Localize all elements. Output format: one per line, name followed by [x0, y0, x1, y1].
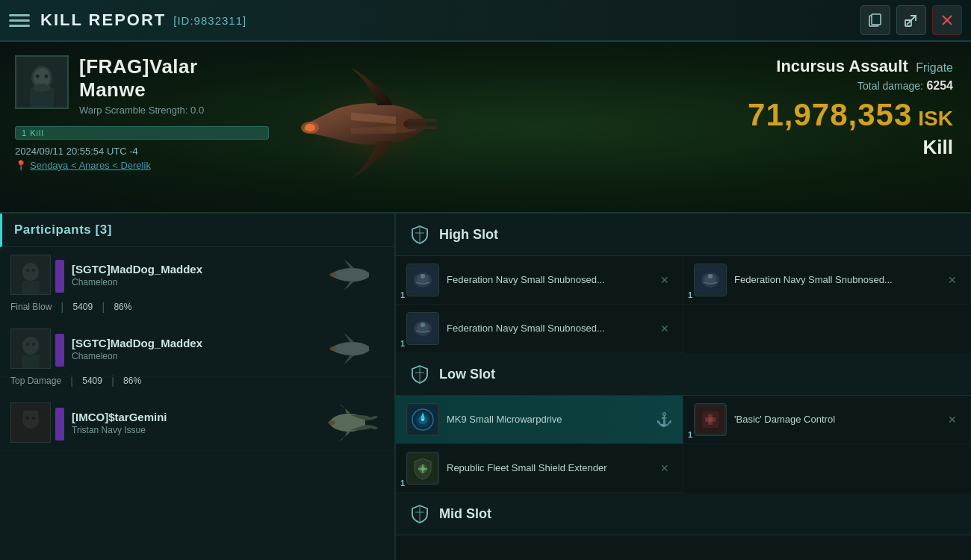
total-dmg-value: 6254: [926, 79, 953, 92]
slot-item-shield[interactable]: 1 Republic Fleet Small Shield Extender ✕: [396, 444, 683, 493]
item-remove[interactable]: ✕: [657, 459, 672, 477]
slot-item[interactable]: 1 Federation Navy Small Snubnosed... ✕: [683, 256, 971, 305]
participant-ship-1: Chameleon: [72, 277, 317, 287]
svg-point-45: [708, 274, 713, 279]
kill-badge: 1 Kill: [15, 126, 269, 140]
item-remove[interactable]: ✕: [657, 320, 672, 337]
total-dmg-label: Total damage:: [857, 80, 923, 92]
high-slot-items: 1 Federation Navy Small Snubnosed... ✕ 1: [396, 256, 971, 353]
svg-point-30: [329, 346, 337, 351]
kill-time: 2024/09/11 20:55:54 UTC -4: [15, 146, 269, 157]
participant-avatar-3: [10, 402, 51, 443]
pilot-avatar: [15, 55, 69, 109]
svg-point-8: [36, 75, 40, 78]
location-pin-icon: 📍: [15, 160, 27, 171]
item-qty: 1: [400, 290, 405, 299]
high-slot-label: High Slot: [439, 227, 498, 243]
svg-rect-17: [407, 119, 437, 122]
high-slot-icon: [408, 223, 432, 246]
pilot-row: [FRAG]Valar Manwe Warp Scramble Strength…: [15, 55, 269, 116]
svg-point-37: [328, 420, 335, 425]
svg-point-49: [421, 323, 425, 327]
blow-type-1: Final Blow: [10, 302, 52, 312]
item-name: Federation Navy Small Snubnosed...: [734, 274, 937, 287]
rank-badge-1: [55, 260, 64, 293]
participant-2-stats: Top Damage | 5409 | 86%: [0, 374, 394, 395]
rank-badge-2: [55, 334, 64, 367]
participant-item-3[interactable]: [IMCO]$tarGemini Tristan Navy Issue: [0, 395, 394, 451]
svg-point-16: [305, 124, 315, 131]
participant-ship-3: Tristan Navy Issue: [72, 425, 317, 435]
participant-info-2: [SGTC]MadDog_Maddex Chameleon: [64, 337, 324, 361]
kill-type-label: Kill: [923, 136, 953, 158]
low-slot-items: MK9 Small Microwarpdrive ⚓ 1 'Basic' Dam…: [396, 396, 971, 493]
high-slot-header: High Slot: [396, 214, 971, 256]
slot-item-mwd[interactable]: MK9 Small Microwarpdrive ⚓: [396, 396, 683, 444]
close-button[interactable]: [932, 5, 962, 35]
mid-slot-icon: [408, 502, 432, 526]
low-slot-label: Low Slot: [439, 367, 495, 382]
item-name-dmc: 'Basic' Damage Control: [734, 414, 937, 426]
item-remove[interactable]: ✕: [945, 271, 960, 289]
svg-point-59: [708, 417, 713, 422]
svg-rect-18: [407, 126, 437, 129]
svg-point-41: [421, 274, 425, 279]
participant-avatar-2: [10, 329, 51, 369]
menu-button[interactable]: [9, 14, 30, 27]
percent-1: 86%: [114, 302, 131, 312]
kill-location[interactable]: 📍Sendaya < Anares < Derelik: [15, 160, 269, 171]
kill-id: [ID:9832311]: [173, 14, 246, 27]
blow-type-2: Top Damage: [10, 376, 61, 386]
item-name: Federation Navy Small Snubnosed...: [447, 274, 650, 287]
window-title: KILL REPORT: [40, 10, 166, 30]
person-icon: ⚓: [656, 411, 672, 428]
export-button[interactable]: [896, 5, 926, 35]
item-icon: [694, 264, 727, 296]
low-slot-icon: [408, 362, 432, 386]
svg-point-20: [22, 263, 39, 281]
svg-rect-29: [22, 355, 40, 368]
slot-item[interactable]: 1 Federation Navy Small Snubnosed... ✕: [396, 256, 683, 305]
svg-point-27: [26, 343, 29, 346]
participant-name-1: [SGTC]MadDog_Maddex: [72, 263, 317, 276]
slot-item[interactable]: 1 Federation Navy Small Snubnosed... ✕: [396, 305, 683, 353]
svg-rect-36: [23, 411, 38, 417]
damage-1: 5409: [73, 302, 93, 312]
item-icon: [406, 264, 439, 296]
item-remove[interactable]: ✕: [657, 271, 672, 289]
participants-panel: Participants [3] [SGTC]MadDog_Maddex Cha…: [0, 214, 396, 560]
svg-point-11: [33, 84, 51, 92]
participant-item[interactable]: [SGTC]MadDog_Maddex Chameleon: [0, 247, 394, 303]
ship-image: [254, 49, 493, 206]
participant-avatar-1: [10, 255, 51, 295]
header-panel: [FRAG]Valar Manwe Warp Scramble Strength…: [0, 42, 971, 214]
participants-title: Participants [3]: [0, 214, 394, 247]
slot-item-dmc[interactable]: 1 'Basic' Damage Control ✕: [683, 396, 971, 444]
ship-info: Incursus Assault Frigate Total damage: 6…: [748, 57, 953, 159]
participant-item-2[interactable]: [SGTC]MadDog_Maddex Chameleon: [0, 321, 394, 377]
rank-badge-3: [55, 408, 64, 441]
pilot-info: [FRAG]Valar Manwe Warp Scramble Strength…: [79, 55, 269, 116]
copy-button[interactable]: [860, 5, 890, 35]
warp-scramble: Warp Scramble Strength: 0.0: [79, 105, 269, 116]
participant-info-1: [SGTC]MadDog_Maddex Chameleon: [64, 263, 324, 287]
item-qty: 1: [400, 339, 405, 348]
svg-point-24: [329, 273, 337, 277]
item-icon-mwd: [406, 403, 439, 436]
item-remove[interactable]: ✕: [945, 411, 960, 429]
percent-2: 86%: [123, 376, 141, 386]
pilot-section: [FRAG]Valar Manwe Warp Scramble Strength…: [0, 42, 284, 212]
mid-slot-label: Mid Slot: [439, 506, 491, 522]
item-name-mwd: MK9 Small Microwarpdrive: [447, 414, 648, 426]
svg-rect-35: [22, 429, 40, 442]
participant-1-stats: Final Blow | 5409 | 86%: [0, 300, 394, 321]
participant-name-2: [SGTC]MadDog_Maddex: [72, 337, 317, 349]
svg-rect-23: [22, 281, 40, 294]
isk-label: ISK: [918, 107, 953, 131]
item-icon-shield: [406, 452, 439, 485]
svg-point-21: [26, 269, 29, 272]
title-actions: [860, 5, 962, 35]
isk-value: 71,978,353: [748, 97, 912, 133]
svg-point-34: [32, 417, 35, 420]
slots-panel: High Slot 1 Federation Navy Small Snubno…: [396, 214, 971, 560]
